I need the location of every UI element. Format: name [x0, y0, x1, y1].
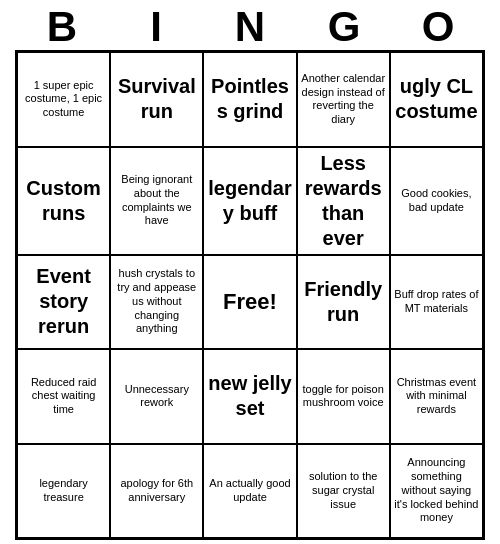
bingo-cell: Reduced raid chest waiting time	[17, 349, 110, 444]
bingo-cell: Custom runs	[17, 147, 110, 255]
bingo-cell: Event story rerun	[17, 255, 110, 350]
bingo-cell: Unnecessary rework	[110, 349, 203, 444]
title-letter: G	[309, 6, 379, 48]
bingo-cell: apology for 6th anniversary	[110, 444, 203, 539]
bingo-cell: Pointless grind	[203, 52, 296, 147]
bingo-cell: new jelly set	[203, 349, 296, 444]
bingo-cell: Less rewards than ever	[297, 147, 390, 255]
title-letter: O	[403, 6, 473, 48]
bingo-cell: Buff drop rates of MT materials	[390, 255, 483, 350]
title-letter: I	[121, 6, 191, 48]
bingo-cell: Good cookies, bad update	[390, 147, 483, 255]
bingo-cell: legendary treasure	[17, 444, 110, 539]
bingo-cell: Another calendar design instead of rever…	[297, 52, 390, 147]
bingo-cell: Being ignorant about the complaints we h…	[110, 147, 203, 255]
bingo-cell: toggle for poison mushroom voice	[297, 349, 390, 444]
bingo-cell: An actually good update	[203, 444, 296, 539]
bingo-title: BINGO	[15, 0, 485, 50]
bingo-cell: Free!	[203, 255, 296, 350]
bingo-grid: 1 super epic costume, 1 epic costumeSurv…	[15, 50, 485, 540]
bingo-cell: solution to the sugar crystal issue	[297, 444, 390, 539]
bingo-cell: Survival run	[110, 52, 203, 147]
bingo-cell: Announcing something without saying it's…	[390, 444, 483, 539]
title-letter: N	[215, 6, 285, 48]
bingo-cell: hush crystals to try and appease us with…	[110, 255, 203, 350]
bingo-cell: Friendly run	[297, 255, 390, 350]
bingo-cell: Christmas event with minimal rewards	[390, 349, 483, 444]
bingo-cell: legendary buff	[203, 147, 296, 255]
bingo-cell: 1 super epic costume, 1 epic costume	[17, 52, 110, 147]
bingo-cell: ugly CL costume	[390, 52, 483, 147]
title-letter: B	[27, 6, 97, 48]
